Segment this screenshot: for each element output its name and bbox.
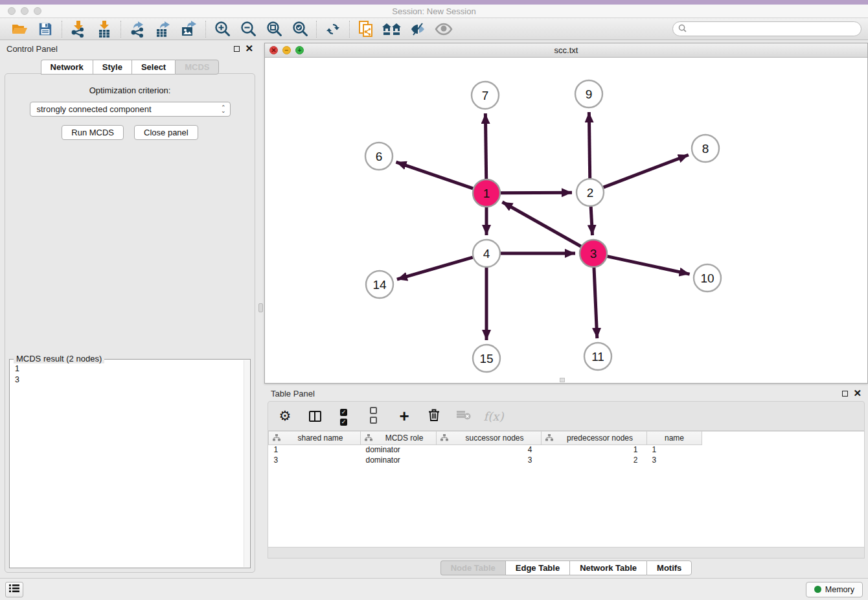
graph-edge-3-1[interactable]: [502, 202, 580, 246]
table-panel-titlebar: Table Panel ✕: [264, 386, 868, 401]
zoom-fit-button[interactable]: [261, 19, 287, 39]
zoom-out-button[interactable]: [235, 19, 261, 39]
export-network-button[interactable]: [124, 19, 150, 39]
column-header-predecessor-nodes[interactable]: predecessor nodes: [542, 432, 647, 444]
export-table-button[interactable]: [150, 19, 176, 39]
graph-edge-3-10[interactable]: [608, 257, 690, 274]
canvas-splitter-handle[interactable]: [560, 378, 565, 382]
table-cell[interactable]: dominator: [361, 455, 437, 465]
graph-edge-2-3[interactable]: [591, 207, 592, 235]
float-panel-icon[interactable]: [234, 46, 240, 52]
table-cell[interactable]: 1: [647, 444, 702, 455]
graph-edge-1-7[interactable]: [485, 113, 486, 179]
graph-node-6[interactable]: 6: [365, 143, 393, 170]
close-panel-button[interactable]: Close panel: [134, 125, 198, 140]
zoom-selected-button[interactable]: [287, 19, 313, 39]
table-cell[interactable]: 3: [269, 455, 361, 465]
graph-node-2[interactable]: 2: [577, 179, 604, 206]
close-table-panel-icon[interactable]: ✕: [853, 390, 862, 397]
graph-edge-3-11[interactable]: [594, 268, 597, 338]
table-cell[interactable]: 3: [647, 455, 702, 465]
search-input[interactable]: [690, 25, 856, 34]
graph[interactable]: 7968124314101511: [265, 58, 867, 383]
table-tabs: Node TableEdge TableNetwork TableMotifs: [264, 560, 868, 575]
tab-node-table[interactable]: Node Table: [440, 560, 505, 575]
tab-network[interactable]: Network: [41, 60, 93, 75]
first-neighbors-button[interactable]: [379, 19, 405, 39]
import-table-button[interactable]: [91, 19, 117, 39]
graph-node-9[interactable]: 9: [575, 80, 602, 108]
status-bar: Memory: [0, 578, 868, 600]
criterion-select[interactable]: strongly connected component ⌃⌄: [30, 102, 231, 117]
clone-network-button[interactable]: [353, 19, 379, 39]
graph-node-7[interactable]: 7: [472, 82, 499, 109]
column-header-successor-nodes[interactable]: successor nodes: [437, 432, 542, 444]
result-scrollbar[interactable]: [244, 360, 249, 567]
toolbar-separator: [349, 21, 350, 38]
export-image-button[interactable]: [176, 19, 202, 39]
select-all-icon: ✓✓: [337, 406, 352, 426]
graph-node-3[interactable]: 3: [580, 240, 607, 267]
tab-network-table[interactable]: Network Table: [569, 560, 646, 575]
deselect-all-button[interactable]: [367, 408, 382, 424]
graph-edge-1-6[interactable]: [396, 162, 473, 189]
network-maximize-icon[interactable]: +: [295, 46, 304, 54]
table-cell[interactable]: dominator: [361, 444, 437, 455]
open-session-button[interactable]: [6, 19, 32, 39]
run-mcds-button[interactable]: Run MCDS: [62, 125, 124, 140]
panel-splitter-handle[interactable]: [258, 303, 263, 312]
graph-node-14[interactable]: 14: [366, 271, 393, 298]
hide-selected-button[interactable]: [405, 19, 431, 39]
graph-node-15[interactable]: 15: [473, 345, 500, 372]
task-list-icon: [9, 584, 19, 595]
memory-button[interactable]: Memory: [806, 582, 863, 597]
table-row[interactable]: 3dominator323: [269, 455, 702, 465]
select-all-button[interactable]: ✓✓: [337, 408, 352, 424]
column-header-MCDS-role[interactable]: MCDS role: [361, 432, 437, 444]
graph-edge-4-14[interactable]: [397, 257, 473, 279]
column-header-shared-name[interactable]: shared name: [269, 432, 361, 444]
graph-node-11[interactable]: 11: [584, 343, 611, 370]
delete-table-button[interactable]: [456, 408, 472, 424]
tab-motifs[interactable]: Motifs: [646, 560, 692, 575]
table-cell[interactable]: 1: [269, 444, 361, 455]
delete-column-button[interactable]: [426, 408, 442, 424]
function-builder-button[interactable]: f(x): [486, 408, 501, 424]
network-view-window: ✕ − + scc.txt 7968124314101511: [264, 43, 868, 384]
graph-node-8[interactable]: 8: [692, 135, 719, 162]
graph-node-10[interactable]: 10: [694, 264, 721, 292]
graph-edge-1-2[interactable]: [501, 192, 572, 193]
close-panel-icon[interactable]: ✕: [245, 45, 253, 52]
split-view-button[interactable]: [307, 408, 323, 424]
tab-mcds[interactable]: MCDS: [175, 60, 219, 75]
graph-node-4[interactable]: 4: [473, 240, 500, 267]
table-settings-button[interactable]: ⚙: [277, 408, 293, 424]
graph-edge-2-9[interactable]: [589, 112, 589, 178]
tab-style[interactable]: Style: [93, 60, 131, 75]
save-session-button[interactable]: [32, 19, 58, 39]
graph-edge-2-8[interactable]: [604, 155, 689, 187]
float-table-panel-icon[interactable]: [842, 391, 848, 397]
export-image-icon: [181, 21, 198, 38]
apply-layout-button[interactable]: [320, 19, 346, 39]
delete-table-icon: [457, 410, 471, 422]
network-canvas[interactable]: 7968124314101511: [265, 58, 867, 383]
network-minimize-icon[interactable]: −: [282, 46, 291, 54]
table-cell[interactable]: 3: [437, 455, 542, 465]
import-network-button[interactable]: [65, 19, 91, 39]
zoom-in-button[interactable]: [209, 19, 235, 39]
table-cell[interactable]: 1: [542, 444, 647, 455]
tab-edge-table[interactable]: Edge Table: [505, 560, 569, 575]
network-close-icon[interactable]: ✕: [269, 46, 278, 54]
table-row[interactable]: 1dominator411: [269, 444, 702, 455]
table-cell[interactable]: 4: [437, 444, 542, 455]
mcds-result-text[interactable]: 1 3: [10, 360, 250, 568]
column-header-name[interactable]: name: [647, 432, 702, 444]
graph-node-1[interactable]: 1: [473, 179, 500, 207]
task-history-button[interactable]: [5, 582, 23, 597]
show-all-button[interactable]: [431, 19, 457, 39]
tab-select[interactable]: Select: [131, 60, 175, 75]
table-cell[interactable]: 2: [542, 455, 647, 465]
add-column-button[interactable]: +: [396, 408, 412, 424]
search-field[interactable]: [672, 21, 862, 36]
